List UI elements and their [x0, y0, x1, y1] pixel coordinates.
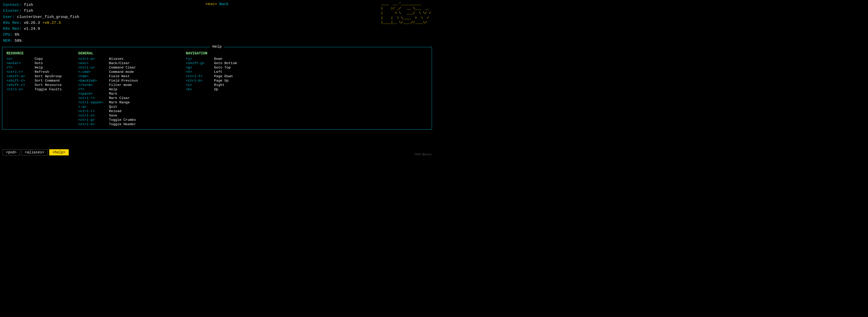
desc-page-up: Page Up — [214, 79, 229, 83]
key-shift-c: <shift-c> — [6, 79, 35, 83]
general-section: GENERAL <ctrl-a>Aliases <esc>Back/Clear … — [78, 51, 181, 127]
list-item: <tab>Field Next — [78, 75, 181, 78]
list-item: <ctrl-u>Command Clear — [78, 66, 181, 69]
key-ctrl-z: <ctrl-z> — [6, 87, 35, 91]
desc-toggle-header: Toggle Header — [109, 122, 136, 126]
list-item: <ctrl-r>Reload — [78, 109, 181, 113]
key-shift-g: <shift-g> — [186, 61, 214, 65]
desc-sort-command: Sort Command — [35, 79, 60, 83]
k8s-rev-label: K8s Rev: — [3, 27, 22, 31]
user-value: clusterUser_fish_group_fish — [17, 15, 79, 19]
key-l: <l> — [186, 83, 214, 87]
desc-toggle-crumbs: Toggle Crumbs — [109, 118, 136, 122]
desc-copy: Copy — [35, 57, 43, 61]
desc-field-next: Field Next — [109, 75, 130, 78]
desc-save: Save — [109, 114, 117, 117]
esc-back-nav[interactable]: <esc> Back — [205, 2, 228, 6]
list-item: <ctrl-f>Page Down — [186, 75, 428, 78]
help-grid: RESOURCE <c>Copy <enter>Goto <?>Help <ct… — [6, 51, 428, 127]
list-item: <k>Up — [186, 87, 428, 91]
key-term: </term> — [78, 83, 109, 87]
list-item: <?>Help — [78, 87, 181, 91]
desc-page-down: Page Down — [214, 75, 233, 78]
key-space: <space> — [78, 92, 109, 96]
tab-help[interactable]: <help> — [49, 149, 69, 155]
list-item: <ctrl-r>Refresh — [6, 70, 73, 74]
desc-refresh: Refresh — [35, 70, 49, 74]
key-g: <g> — [186, 66, 214, 69]
list-item: <?>Help — [6, 66, 73, 69]
mem-label: MEM: — [3, 39, 12, 43]
desc-reload: Reload — [109, 109, 122, 113]
desc-command-clear: Command Clear — [109, 66, 136, 69]
esc-key: <esc> — [205, 2, 217, 6]
back-label: Back — [219, 2, 229, 6]
list-item: <ctrl-a>Aliases — [78, 57, 181, 61]
list-item: <space>Mark — [78, 92, 181, 96]
list-item: <ctrl-space>Mark Range — [78, 100, 181, 105]
list-item: <backtab>Field Previous — [78, 79, 181, 83]
key-question2: <?> — [78, 87, 109, 91]
desc-command-mode: Command mode — [109, 70, 134, 74]
desc-goto-bottom: Goto Bottom — [214, 61, 237, 65]
desc-sort-apigroup: Sort ApiGroup — [35, 75, 62, 78]
list-item: <ctrl-g>Toggle Crumbs — [78, 118, 181, 122]
list-item: <ctrl-z>Toggle Faults — [6, 87, 73, 91]
key-shift-r: <shift-r> — [6, 83, 35, 87]
desc-help2: Help — [109, 87, 117, 91]
help-panel: Help RESOURCE <c>Copy <enter>Goto <?>Hel… — [2, 47, 432, 129]
context-label: Context: — [3, 3, 22, 7]
key-h: <h> — [186, 70, 214, 74]
key-q: <:q> — [78, 105, 109, 109]
tabs-bar: <pod> <aliases> <help> — [0, 147, 71, 157]
key-ctrl-a: <ctrl-a> — [78, 57, 109, 61]
key-ctrl-b: <ctrl-b> — [186, 79, 214, 83]
list-item: <enter>Goto — [6, 61, 73, 65]
key-tab: <tab> — [78, 75, 109, 78]
key-ctrl-r2: <ctrl-r> — [78, 109, 109, 113]
desc-toggle-faults: Toggle Faults — [35, 87, 62, 91]
desc-up: Up — [214, 87, 218, 91]
cluster-label: Cluster: — [3, 9, 22, 13]
list-item: <shift-g>Goto Bottom — [186, 61, 428, 65]
cpu-value: 6% — [14, 33, 19, 37]
list-item: <l>Right — [186, 83, 428, 87]
cluster-value: fish — [24, 9, 33, 13]
k9s-rev-label: K9s Rev: — [3, 21, 22, 25]
key-c: <c> — [6, 57, 35, 61]
tab-aliases[interactable]: <aliases> — [22, 149, 48, 155]
list-item: <:q>Quit — [78, 105, 181, 109]
key-enter: <enter> — [6, 61, 35, 65]
desc-mark: Mark — [109, 92, 117, 96]
desc-back-clear: Back/Clear — [109, 61, 130, 65]
desc-goto: Goto — [35, 61, 43, 65]
key-k: <k> — [186, 87, 214, 91]
desc-left: Left — [214, 70, 222, 74]
cpu-label: CPU: — [3, 33, 12, 37]
key-ctrl-f: <ctrl-f> — [186, 75, 214, 78]
list-item: <ctrl-\>Mark Clear — [78, 96, 181, 100]
list-item: <g>Goto Top — [186, 66, 428, 69]
key-shift-a: <shift-a> — [6, 75, 35, 78]
key-cmd: <:cmd> — [78, 70, 109, 74]
navigation-section-title: NAVIGATION — [186, 51, 428, 55]
resource-section-title: RESOURCE — [6, 51, 73, 55]
context-value: fish — [24, 3, 33, 7]
list-item: <shift-c>Sort Command — [6, 79, 73, 83]
key-ctrl-backslash: <ctrl-\> — [78, 96, 109, 100]
desc-goto-top: Goto Top — [214, 66, 231, 69]
desc-mark-range: Mark Range — [109, 100, 130, 105]
tab-pod[interactable]: <pod> — [3, 149, 20, 155]
list-item: </term>Filter mode — [78, 83, 181, 87]
k9s-logo: ____ __.'__________ | |/ _/ __ \___ __ |… — [381, 2, 431, 25]
list-item: <c>Copy — [6, 57, 73, 61]
desc-aliases: Aliases — [109, 57, 124, 61]
desc-field-previous: Field Previous — [109, 79, 138, 83]
list-item: <esc>Back/Clear — [78, 61, 181, 65]
list-item: <shift-a>Sort ApiGroup — [6, 75, 73, 78]
list-item: <:cmd>Command mode — [78, 70, 181, 74]
k8s-rev-value: v1.24.9 — [24, 27, 40, 31]
key-ctrl-r: <ctrl-r> — [6, 70, 35, 74]
key-ctrl-g: <ctrl-g> — [78, 118, 109, 122]
list-item: <ctrl-b>Page Up — [186, 79, 428, 83]
